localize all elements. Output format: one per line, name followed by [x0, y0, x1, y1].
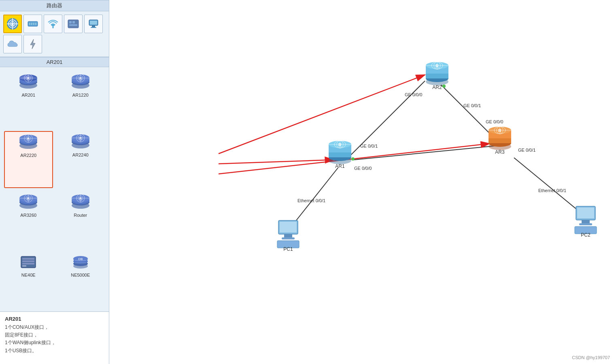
switch-tool-icon[interactable]	[23, 15, 42, 33]
svg-text:R: R	[11, 22, 14, 27]
device-grid: R AR201 R AR1220	[0, 67, 109, 311]
svg-rect-15	[69, 24, 77, 26]
device-NE5000E[interactable]: DB NE5000E	[56, 251, 105, 308]
svg-text:GE 0/0/1: GE 0/0/1	[463, 103, 481, 108]
svg-text:AR3: AR3	[495, 149, 505, 155]
svg-rect-17	[90, 21, 97, 25]
desc-title: AR201	[5, 316, 104, 322]
svg-text:PC1: PC1	[283, 246, 293, 252]
svg-text:GE 0/0/0: GE 0/0/0	[486, 119, 503, 124]
router-tool-icon[interactable]: R	[3, 15, 22, 33]
svg-rect-9	[33, 23, 34, 25]
svg-rect-85	[22, 265, 26, 267]
device-AR201[interactable]: R AR201	[4, 71, 53, 128]
svg-rect-18	[92, 25, 95, 27]
svg-text:AR1: AR1	[335, 163, 345, 169]
device-AR201-label: AR201	[21, 93, 35, 97]
device-AR3260-label: AR3260	[20, 213, 36, 218]
canvas-svg: GE 0/0/1 GE 0/0/0 GE 0/0/1 GE 0/0/0 GE 0…	[109, 0, 616, 364]
svg-rect-151	[284, 234, 292, 237]
device-AR1220-label: AR1220	[72, 93, 89, 97]
svg-text:R: R	[27, 76, 30, 80]
node-AR3[interactable]: R AR3	[489, 127, 511, 155]
svg-rect-156	[577, 207, 594, 218]
device-NE5000E-label: NE5000E	[71, 273, 90, 277]
svg-text:R: R	[79, 136, 82, 140]
svg-text:R: R	[498, 128, 501, 133]
svg-text:Ethernet 0/0/1: Ethernet 0/0/1	[297, 198, 325, 203]
device-AR2220[interactable]: R AR2220	[4, 131, 53, 188]
svg-rect-157	[582, 220, 590, 223]
svg-point-111	[442, 85, 446, 88]
svg-marker-20	[30, 39, 35, 49]
node-PC1[interactable]: PC1	[277, 220, 299, 252]
device-Router[interactable]: R Router	[56, 191, 105, 248]
svg-text:R: R	[27, 137, 30, 141]
device-AR2220-label: AR2220	[20, 153, 36, 158]
toolbar: R	[0, 11, 109, 57]
device-AR3260[interactable]: R AR3260	[4, 191, 53, 248]
svg-line-96	[291, 168, 338, 226]
svg-text:DB: DB	[78, 257, 83, 261]
svg-point-11	[52, 27, 54, 28]
svg-text:GE 0/0/0: GE 0/0/0	[405, 92, 422, 97]
main-canvas[interactable]: GE 0/0/1 GE 0/0/0 GE 0/0/1 GE 0/0/0 GE 0…	[109, 0, 616, 364]
svg-rect-13	[69, 21, 72, 23]
node-PC2[interactable]: PC2	[575, 206, 597, 238]
svg-text:R: R	[27, 197, 30, 201]
svg-point-115	[351, 157, 355, 161]
svg-rect-82	[22, 258, 34, 260]
device-NE40E[interactable]: NE40E	[4, 251, 53, 308]
svg-rect-83	[22, 260, 34, 262]
svg-text:R: R	[435, 63, 439, 68]
svg-rect-7	[29, 23, 30, 25]
svg-rect-150	[280, 222, 297, 233]
svg-text:PC2: PC2	[581, 232, 591, 238]
wireless-tool-icon[interactable]	[44, 15, 62, 33]
node-AR1[interactable]: R AR1	[329, 141, 351, 169]
device-NE40E-label: NE40E	[21, 273, 36, 277]
svg-rect-19	[91, 27, 96, 28]
power-tool-icon[interactable]	[23, 35, 42, 53]
svg-text:GE 0/0/1: GE 0/0/1	[518, 148, 535, 152]
svg-rect-158	[579, 223, 592, 225]
device-AR2240[interactable]: R AR2240	[56, 131, 105, 188]
section2-title: AR201	[0, 57, 109, 67]
svg-text:R: R	[338, 142, 342, 147]
cloud-tool-icon[interactable]	[3, 35, 22, 53]
description-panel: AR201 1个CON/AUX接口，固定8FE接口，1个WAN侧uplink接口…	[0, 311, 109, 364]
device-AR1220[interactable]: R AR1220	[56, 71, 105, 128]
svg-text:GE 0/0/0: GE 0/0/0	[354, 166, 372, 171]
section1-title: 路由器	[0, 0, 109, 11]
svg-text:R: R	[79, 76, 82, 80]
svg-rect-10	[35, 23, 36, 25]
pc-tool-icon[interactable]	[84, 15, 103, 33]
firewall-tool-icon[interactable]	[64, 15, 83, 33]
device-AR2240-label: AR2240	[72, 152, 89, 157]
desc-text: 1个CON/AUX接口，固定8FE接口，1个WAN侧uplink接口，1个USB…	[5, 324, 104, 355]
svg-text:AR2: AR2	[432, 85, 442, 90]
watermark: CSDN @hy199707	[572, 355, 610, 360]
svg-rect-14	[72, 21, 75, 23]
device-Router-label: Router	[74, 213, 87, 218]
svg-text:R: R	[79, 197, 82, 201]
svg-line-99	[219, 75, 425, 154]
svg-line-97	[514, 158, 583, 214]
svg-text:GE 0/0/1: GE 0/0/1	[360, 144, 378, 148]
svg-rect-152	[282, 237, 295, 239]
svg-rect-84	[22, 263, 34, 265]
svg-text:Ethernet 0/0/1: Ethernet 0/0/1	[538, 188, 566, 193]
svg-rect-8	[31, 23, 32, 25]
left-panel: 路由器 R	[0, 0, 109, 364]
